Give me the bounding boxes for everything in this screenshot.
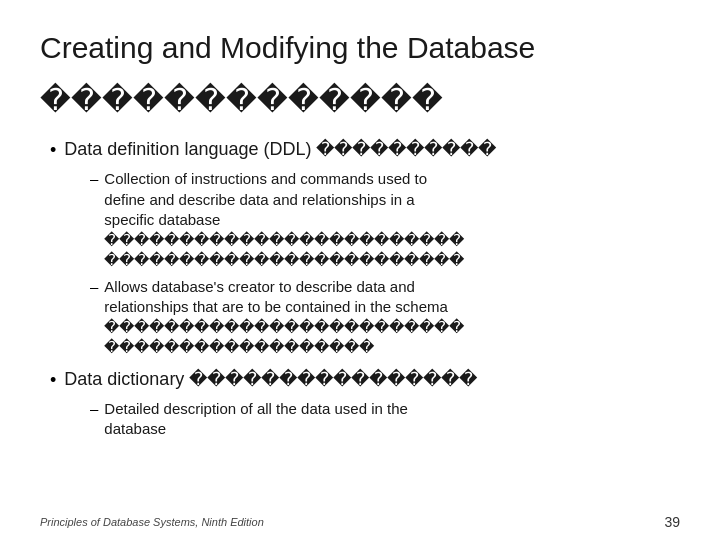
sub-bullet-allows-text: Allows database's creator to describe da… <box>104 277 464 358</box>
thai-text-2a: ������������������������ <box>104 318 464 335</box>
dash-3: – <box>90 400 98 417</box>
sub-bullet-detailed-text: Detailed description of all the data use… <box>104 399 408 440</box>
thai-text-1a: ������������������������ <box>104 231 464 248</box>
bullet-ddl-text: Data definition language (DDL) ���������… <box>64 138 496 161</box>
slide-title-line2: ������������� <box>40 82 680 118</box>
sub-section-collection: – Collection of instructions and command… <box>40 169 680 270</box>
sub-bullet-collection: – Collection of instructions and command… <box>90 169 680 270</box>
sub-bullet-allows: – Allows database's creator to describe … <box>90 277 680 358</box>
section-ddl: • Data definition language (DDL) �������… <box>40 138 680 358</box>
thai-text-2b: ������������������ <box>104 338 374 355</box>
thai-text-1b: ������������������������ <box>104 251 464 268</box>
bullet-marker-2: • <box>50 370 56 391</box>
sub-bullet-detailed: – Detailed description of all the data u… <box>90 399 680 440</box>
sub-section-allows: – Allows database's creator to describe … <box>40 277 680 358</box>
dash-1: – <box>90 170 98 187</box>
bullet-data-dict-text: Data dictionary ���������������� <box>64 368 477 391</box>
sub-section-detailed: – Detailed description of all the data u… <box>40 399 680 440</box>
bullet-ddl: • Data definition language (DDL) �������… <box>40 138 680 161</box>
dash-2: – <box>90 278 98 295</box>
footer-page-number: 39 <box>664 514 680 530</box>
footer-left: Principles of Database Systems, Ninth Ed… <box>40 516 264 528</box>
slide: Creating and Modifying the Database ����… <box>0 0 720 540</box>
slide-title-line1: Creating and Modifying the Database <box>40 30 680 66</box>
section-data-dictionary: • Data dictionary ���������������� – Det… <box>40 368 680 440</box>
bullet-data-dict: • Data dictionary ���������������� <box>40 368 680 391</box>
sub-bullet-collection-text: Collection of instructions and commands … <box>104 169 464 270</box>
slide-footer: Principles of Database Systems, Ninth Ed… <box>40 514 680 530</box>
bullet-marker-1: • <box>50 140 56 161</box>
